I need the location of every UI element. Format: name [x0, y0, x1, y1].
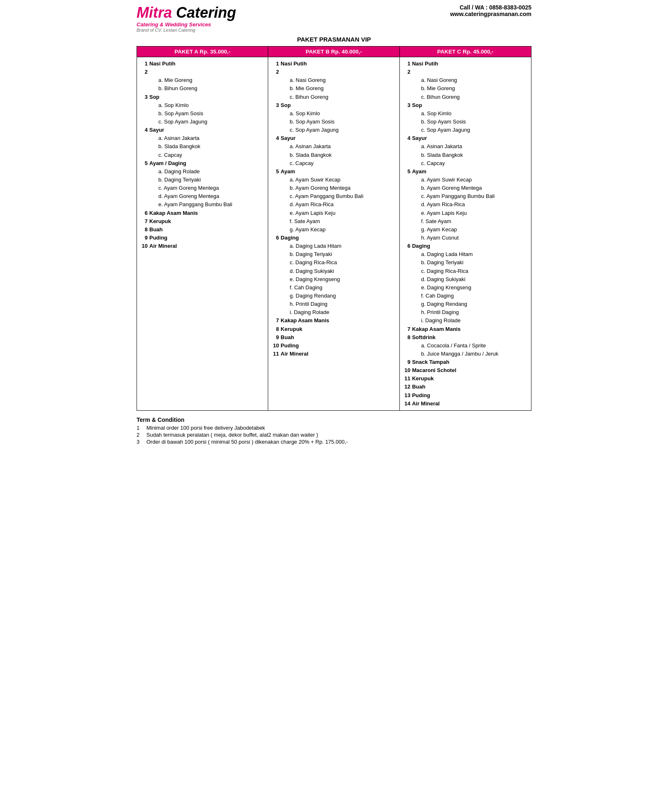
list-item: 1Nasi Putih [271, 60, 396, 68]
sub-item: d. Ayam Goreng Mentega [140, 192, 264, 200]
sub-item: a. Nasi Goreng [271, 76, 396, 84]
list-item: 3Sop [271, 101, 396, 109]
sub-item: h. Printil Daging [271, 300, 396, 308]
item-label: Puding [149, 234, 167, 242]
sub-item-label: a. Cocacola / Fanta / Sprite [412, 342, 486, 350]
sub-item: b. Slada Bangkok [140, 142, 264, 151]
sub-item-label: a. Sop Kimlo [412, 109, 452, 118]
sub-item-label: c. Sop Ayam Jagung [281, 126, 339, 134]
item-number: 5 [271, 168, 279, 176]
sub-item-label: c. Capcay [412, 159, 445, 168]
item-label: Ayam [281, 168, 295, 176]
item-label: Sayur [412, 134, 427, 142]
sub-item-label: c. Ayam Goreng Mentega [149, 184, 219, 192]
sub-item-label: c. Daging Rica-Rica [281, 258, 337, 267]
sub-item-label: d. Daging Sukiyaki [281, 267, 334, 275]
item-number: 8 [140, 226, 148, 234]
list-item: 11Kerupuk [403, 375, 528, 383]
package-col-B: PAKET B Rp. 40.000,-1Nasi Putih2a. Nasi … [268, 47, 399, 410]
sub-item: e. Daging Krengseng [403, 284, 528, 292]
packages-grid: PAKET A Rp. 35.000,-1Nasi Putih2a. Mie G… [137, 46, 531, 411]
sub-item: a. Sop Kimlo [140, 101, 264, 109]
item-number: 7 [271, 316, 279, 325]
terms-item: 1Minimal order 100 porsi free delivery J… [137, 425, 531, 431]
sub-item-label: b. Daging Teriyaki [149, 176, 201, 184]
item-number: 2 [403, 68, 411, 76]
list-item: 2 [403, 68, 528, 76]
sub-item: b. Sop Ayam Sosis [271, 118, 396, 126]
sub-item: d. Daging Sukiyaki [271, 267, 396, 275]
sub-item-label: f. Cah Daging [281, 284, 322, 292]
contact-area: Call / WA : 0858-8383-0025 www.cateringp… [450, 4, 531, 17]
item-number: 8 [271, 325, 279, 333]
list-item: 1Nasi Putih [403, 60, 528, 68]
item-number: 6 [140, 209, 148, 217]
item-number: 1 [403, 60, 411, 68]
item-number: 3 [403, 101, 411, 109]
sub-item: c. Bihun Goreng [403, 93, 528, 101]
item-number: 3 [140, 93, 148, 101]
list-item: 8Buah [140, 226, 264, 234]
terms-section: Term & Condition 1Minimal order 100 pors… [137, 416, 531, 445]
sub-item: c. Daging Rica-Rica [271, 258, 396, 267]
item-label: Daging [412, 242, 430, 250]
item-label: Air Mineral [149, 242, 177, 250]
sub-item: d. Ayam Rica-Rica [403, 200, 528, 209]
item-number: 9 [140, 234, 148, 242]
sub-item-label: b. Ayam Goreng Mentega [281, 184, 350, 192]
list-item: 2 [140, 68, 264, 76]
item-label: Daging [281, 234, 299, 242]
sub-item-label: e. Ayam Panggang Bumbu Bali [149, 200, 232, 209]
sub-item-label: b. Daging Teriyaki [412, 258, 464, 267]
terms-item-text: Minimal order 100 porsi free delivery Ja… [146, 425, 265, 431]
item-number: 1 [271, 60, 279, 68]
logo-title: Mitra Catering [137, 4, 236, 21]
sub-item: a. Asinan Jakarta [140, 134, 264, 142]
sub-item-label: g. Ayam Kecap [281, 226, 325, 234]
sub-item: b. Daging Teriyaki [271, 250, 396, 258]
terms-item: 3Order di bawah 100 porsi ( minimal 50 p… [137, 439, 531, 445]
list-item: 5Ayam / Daging [140, 159, 264, 168]
list-item: 6Daging [403, 242, 528, 250]
sub-item: c. Ayam Panggang Bumbu Bali [271, 192, 396, 200]
package-body-A: 1Nasi Putih2a. Mie Gorengb. Bihun Goreng… [137, 57, 268, 253]
item-number: 10 [140, 242, 148, 250]
sub-item-label: c. Capcay [281, 159, 313, 168]
sub-item-label: a. Sop Kimlo [149, 101, 189, 109]
item-number: 3 [271, 101, 279, 109]
list-item: 1Nasi Putih [140, 60, 264, 68]
sub-item-label: a. Daging Lada Hitam [281, 242, 341, 250]
sub-item-label: e. Daging Krengseng [412, 284, 471, 292]
item-label: Sop [149, 93, 160, 101]
item-number: 4 [271, 134, 279, 142]
sub-item-label: f. Sate Ayam [281, 217, 320, 226]
item-label: Ayam [412, 168, 427, 176]
sub-item: a. Sop Kimlo [271, 109, 396, 118]
item-number: 4 [403, 134, 411, 142]
sub-item-label: b. Mie Goreng [412, 84, 455, 93]
sub-item: c. Ayam Panggang Bumbu Bali [403, 192, 528, 200]
sub-item-label: f. Sate Ayam [412, 217, 451, 226]
sub-item-label: b. Slada Bangkok [281, 151, 332, 159]
list-item: 5Ayam [271, 168, 396, 176]
sub-item: a. Asinan Jakarta [403, 142, 528, 151]
header: Mitra Catering Catering & Wedding Servic… [137, 4, 531, 33]
logo-subtitle: Catering & Wedding Services [137, 21, 236, 28]
item-number: 7 [403, 325, 411, 333]
item-label: Kerupuk [149, 217, 171, 226]
logo-area: Mitra Catering Catering & Wedding Servic… [137, 4, 236, 33]
list-item: 7Kakap Asam Manis [403, 325, 528, 333]
sub-item: a. Cocacola / Fanta / Sprite [403, 342, 528, 350]
sub-item-label: b. Slada Bangkok [149, 142, 200, 151]
sub-item: b. Sop Ayam Sosis [403, 118, 528, 126]
item-label: Snack Tampah [412, 358, 450, 366]
list-item: 6Kakap Asam Manis [140, 209, 264, 217]
sub-item: b. Daging Teriyaki [140, 176, 264, 184]
list-item: 10Macaroni Schotel [403, 366, 528, 375]
sub-item-label: b. Sop Ayam Sosis [412, 118, 466, 126]
item-number: 13 [403, 391, 411, 400]
item-label: Sop [412, 101, 422, 109]
sub-item-label: a. Nasi Goreng [412, 76, 457, 84]
list-item: 3Sop [140, 93, 264, 101]
sub-item-label: a. Ayam Suwir Kecap [281, 176, 340, 184]
